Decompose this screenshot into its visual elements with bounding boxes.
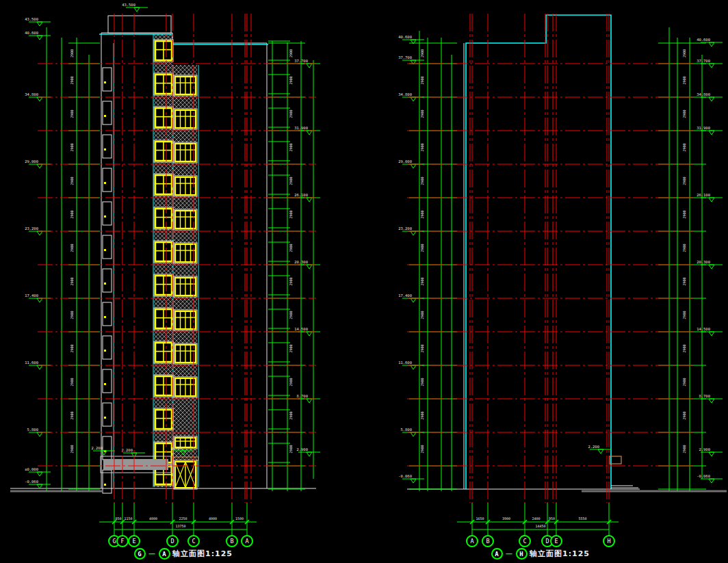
svg-text:26.100: 26.100 [697, 193, 710, 197]
right-elevation-view: 2900290029002900290029002900290029002900… [398, 14, 727, 547]
svg-text:±0.000: ±0.000 [25, 467, 38, 471]
svg-text:E: E [132, 538, 135, 545]
right-grid-lines [407, 14, 694, 503]
title-axis-bubble-end: H [516, 548, 528, 560]
svg-text:2900: 2900 [682, 344, 686, 352]
svg-text:37.700: 37.700 [697, 59, 710, 63]
svg-text:C: C [192, 538, 195, 545]
left-elevation-view: 2900290029002900290029002900290029002900… [10, 3, 320, 547]
roof-machine-room [108, 16, 171, 33]
svg-text:31.900: 31.900 [294, 126, 308, 130]
balcony-profile [103, 403, 112, 426]
svg-text:1650: 1650 [476, 516, 484, 521]
cad-viewport[interactable]: 2900290029002900290029002900290029002900… [0, 0, 728, 563]
svg-text:13750: 13750 [175, 524, 185, 528]
svg-text:23.200: 23.200 [25, 226, 38, 231]
svg-text:2900: 2900 [420, 311, 424, 319]
svg-text:2900: 2900 [289, 445, 293, 453]
svg-text:5550: 5550 [578, 516, 586, 521]
svg-text:40.600: 40.600 [25, 31, 38, 35]
svg-text:2900: 2900 [420, 244, 424, 252]
svg-text:2900: 2900 [289, 311, 293, 319]
left-building-facade [99, 16, 268, 493]
svg-text:8.700: 8.700 [296, 394, 308, 398]
axis-bubble-C: C [188, 536, 199, 547]
svg-text:34.800: 34.800 [697, 92, 710, 96]
svg-text:2900: 2900 [682, 244, 686, 252]
balcony-profile [103, 369, 112, 393]
svg-text:B: B [486, 538, 489, 545]
svg-text:2900: 2900 [682, 143, 686, 151]
svg-text:2900: 2900 [420, 143, 424, 151]
balcony-profile [103, 235, 112, 259]
svg-text:E: E [554, 538, 558, 545]
svg-text:5.800: 5.800 [400, 428, 412, 432]
svg-text:14.500: 14.500 [697, 327, 710, 331]
axis-bubble-E: E [551, 536, 562, 547]
title-axis-bubble-start: A [491, 548, 503, 560]
svg-text:2900: 2900 [70, 143, 74, 151]
svg-text:2900: 2900 [70, 277, 74, 285]
svg-text:C: C [523, 538, 526, 545]
svg-text:A: A [470, 538, 473, 545]
axis-bubble-C: C [519, 536, 530, 547]
svg-text:34.800: 34.800 [398, 92, 412, 96]
svg-text:2900: 2900 [682, 76, 686, 84]
svg-text:1500: 1500 [235, 516, 244, 521]
left-view-title: G — A 轴立面图1:125 [134, 548, 233, 560]
svg-text:20.300: 20.300 [697, 260, 710, 264]
svg-text:2900: 2900 [70, 378, 74, 386]
svg-text:2900: 2900 [289, 176, 293, 185]
svg-text:-0.060: -0.060 [697, 474, 710, 478]
svg-text:2900: 2900 [289, 378, 293, 386]
axis-bubble-A: A [467, 536, 478, 547]
svg-text:2900: 2900 [70, 210, 74, 218]
svg-text:2900: 2900 [682, 277, 686, 285]
title-dash: — [506, 550, 513, 558]
svg-text:29.000: 29.000 [25, 159, 38, 163]
right-building-facade [464, 15, 638, 489]
svg-text:F: F [120, 538, 124, 545]
elevation-drawing-canvas: 2900290029002900290029002900290029002900… [0, 0, 728, 563]
svg-text:4000: 4000 [149, 516, 157, 521]
svg-text:2900: 2900 [420, 411, 424, 419]
svg-text:2900: 2900 [289, 344, 293, 352]
right-view-title: A — H 轴立面图1:125 [491, 548, 590, 560]
svg-text:D: D [545, 538, 549, 545]
svg-text:2900: 2900 [682, 311, 686, 319]
balcony-profile [103, 135, 112, 158]
svg-text:14450: 14450 [535, 524, 545, 528]
svg-text:2.200: 2.200 [121, 448, 133, 452]
svg-text:2900: 2900 [289, 411, 293, 419]
svg-text:2900: 2900 [70, 176, 74, 185]
axis-bubble-A: A [242, 536, 252, 547]
svg-text:11.600: 11.600 [398, 361, 412, 365]
svg-text:B: B [230, 538, 233, 545]
svg-text:2900: 2900 [420, 109, 424, 118]
svg-text:D: D [170, 538, 174, 545]
svg-text:37.700: 37.700 [294, 59, 308, 63]
svg-text:2900: 2900 [70, 76, 74, 84]
svg-text:2900: 2900 [420, 210, 424, 218]
svg-text:17.400: 17.400 [398, 293, 412, 298]
svg-text:26.100: 26.100 [294, 193, 308, 197]
svg-text:2900: 2900 [682, 411, 686, 419]
svg-text:29.000: 29.000 [398, 159, 412, 163]
svg-text:2900: 2900 [420, 76, 424, 84]
svg-text:2.900: 2.900 [296, 447, 308, 451]
svg-text:2900: 2900 [70, 49, 74, 57]
left-bottom-chain: GFEDCBA8501150400022504000150013750 [99, 503, 257, 547]
svg-text:2900: 2900 [289, 244, 293, 252]
svg-text:2.900: 2.900 [699, 447, 710, 451]
svg-text:2900: 2900 [682, 210, 686, 218]
svg-text:37.700: 37.700 [398, 55, 412, 60]
svg-text:A: A [245, 538, 248, 545]
svg-text:2900: 2900 [70, 109, 74, 118]
svg-text:2900: 2900 [289, 76, 293, 84]
balcony-profile [103, 336, 112, 359]
axis-bubble-F: F [117, 536, 128, 547]
svg-text:H: H [607, 538, 610, 545]
svg-text:20.300: 20.300 [294, 260, 308, 264]
svg-text:23.200: 23.200 [398, 226, 412, 231]
svg-text:43.500: 43.500 [25, 17, 38, 21]
